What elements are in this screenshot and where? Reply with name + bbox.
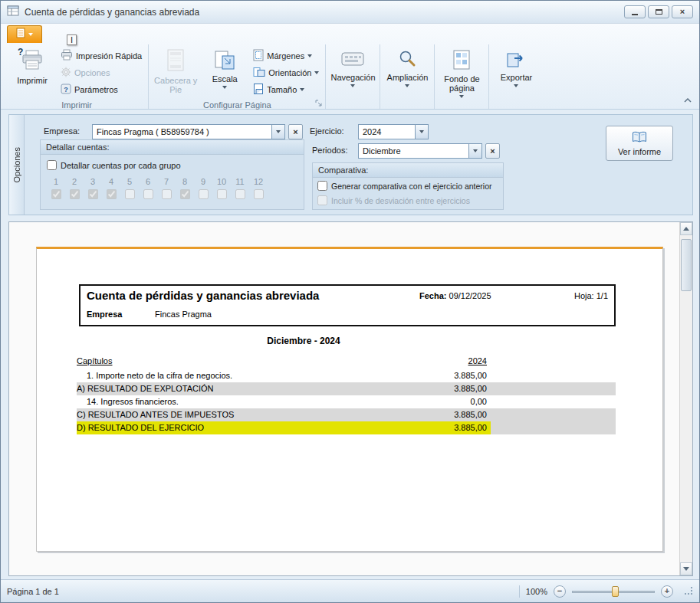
- zoom-in-button[interactable]: +: [661, 585, 673, 598]
- period-number-5: 5: [127, 177, 132, 186]
- zoom-level: 100%: [526, 587, 547, 596]
- periodos-dropdown-button[interactable]: [468, 144, 481, 158]
- window-icon: [7, 5, 19, 20]
- period-check-2: [70, 189, 80, 199]
- options-tab-label: Opciones: [12, 147, 21, 182]
- ver-informe-button[interactable]: Ver informe: [606, 126, 673, 161]
- close-icon: ×: [680, 8, 685, 16]
- file-menu-tab[interactable]: [7, 25, 42, 43]
- period-number-12: 12: [254, 177, 263, 186]
- header-footer-button: Cabecera y Pie: [152, 46, 199, 100]
- export-icon: [506, 49, 526, 70]
- vertical-scrollbar[interactable]: [679, 222, 692, 575]
- period-number-4: 4: [109, 177, 113, 186]
- page-background-button[interactable]: Fondo de página: [438, 46, 485, 100]
- scroll-up-icon: [683, 227, 689, 231]
- scroll-down-button[interactable]: [680, 562, 692, 575]
- scroll-down-icon: [683, 567, 689, 571]
- page-background-label: Fondo de página: [438, 74, 485, 93]
- empresa-clear-button[interactable]: ×: [288, 124, 303, 139]
- orientation-label: Orientación: [268, 68, 311, 77]
- table-row: C) RESULTADO ANTES DE IMPUESTOS 3.885,00: [77, 408, 616, 421]
- column-capitulos: Capítulos: [77, 356, 112, 365]
- close-button[interactable]: ×: [672, 5, 693, 18]
- quick-print-button[interactable]: Impresión Rápida: [58, 48, 145, 64]
- empresa-dropdown-button[interactable]: [271, 125, 284, 139]
- quick-print-icon: [61, 49, 73, 63]
- window-title: Cuenta de pérdidas y ganancias abreviada: [25, 7, 199, 18]
- empresa-combobox[interactable]: Fincas Pragma ( B58959784 ): [92, 124, 285, 139]
- period-number-1: 1: [54, 177, 58, 186]
- quick-print-label: Impresión Rápida: [76, 51, 142, 61]
- resize-grip-icon[interactable]: [684, 586, 693, 597]
- periodos-clear-button[interactable]: ×: [485, 143, 500, 159]
- period-number-10: 10: [217, 177, 226, 186]
- generar-comparativa-label: Generar comparativa con el ejercicio ant…: [331, 182, 492, 191]
- window-controls: ×: [624, 5, 693, 18]
- navigation-button[interactable]: Navegación: [329, 46, 376, 100]
- ribbon-body: ? Imprimir Impresión Rápida Opciones: [1, 43, 699, 109]
- zoom-button[interactable]: Ampliación: [383, 46, 431, 100]
- navigation-dropdown-icon: [350, 84, 355, 87]
- collapse-ribbon-icon: [684, 98, 692, 103]
- maximize-icon: [656, 9, 662, 15]
- zoom-controls: 100% − +: [519, 585, 693, 598]
- scrollbar-thumb[interactable]: [681, 239, 692, 291]
- detallar-checkbox[interactable]: [47, 160, 57, 170]
- scroll-up-button[interactable]: [680, 222, 692, 235]
- ejercicio-dropdown-button[interactable]: [415, 125, 428, 139]
- zoom-out-button[interactable]: −: [554, 585, 566, 598]
- parameters-icon: ?: [61, 84, 71, 96]
- margins-dropdown-icon: [307, 54, 312, 57]
- minimize-button[interactable]: [624, 5, 646, 18]
- table-row: D) RESULTADO DEL EJERCICIO 3.885,00: [77, 421, 616, 434]
- orientation-button[interactable]: Orientación: [250, 64, 322, 81]
- period-number-11: 11: [235, 177, 244, 186]
- periodos-clear-icon: ×: [490, 146, 495, 156]
- app-window: Cuenta de pérdidas y ganancias abreviada…: [0, 0, 700, 603]
- ejercicio-dropdown-icon: [419, 130, 424, 133]
- export-button[interactable]: Exportar: [492, 46, 540, 100]
- parameters-button[interactable]: ? Parámetros: [58, 81, 145, 98]
- statusbar-separator: [519, 585, 520, 598]
- page-background-icon: [452, 49, 471, 72]
- generar-comparativa-checkbox[interactable]: [317, 181, 327, 191]
- zoom-label: Ampliación: [387, 73, 429, 82]
- options-vertical-tab[interactable]: Opciones: [9, 115, 25, 215]
- print-button[interactable]: ? Imprimir: [8, 46, 56, 100]
- size-button[interactable]: Tamaño: [250, 81, 322, 98]
- collapse-ribbon-button[interactable]: [681, 94, 695, 106]
- margins-button[interactable]: Márgenes: [250, 48, 322, 64]
- export-dropdown-icon: [514, 84, 518, 87]
- zoom-slider[interactable]: [572, 585, 655, 598]
- periodos-value: Diciembre: [359, 146, 468, 156]
- scale-button[interactable]: Escala: [201, 46, 248, 100]
- report-date-label: Fecha:: [419, 291, 446, 300]
- detallar-checkbox-row: Detallar cuentas por cada grupo: [47, 160, 181, 170]
- header-footer-icon: [166, 49, 186, 74]
- period-check-8: [180, 189, 190, 199]
- svg-text:?: ?: [64, 86, 68, 93]
- ejercicio-combobox[interactable]: 2024: [358, 124, 429, 139]
- desviacion-row: Incluir % de desviación entre ejercicios: [317, 195, 470, 205]
- zoom-slider-thumb[interactable]: [612, 586, 619, 597]
- report-sheet-label: Hoja:: [574, 291, 594, 300]
- periodos-label: Periodos:: [312, 146, 347, 155]
- maximize-button[interactable]: [648, 5, 669, 18]
- period-check-1: [51, 189, 61, 199]
- table-row: 1. Importe neto de la cifra de negocios.…: [77, 369, 616, 382]
- report-page: Cuenta de pérdidas y ganancias abreviada…: [36, 247, 663, 552]
- size-label: Tamaño: [267, 85, 297, 94]
- ribbon-group-ampliacion: Ampliación: [380, 44, 434, 109]
- period-check-11: [235, 189, 245, 199]
- dialog-launcher-icon[interactable]: [314, 98, 324, 108]
- ejercicio-label: Ejercicio:: [310, 126, 344, 136]
- period-number-7: 7: [164, 177, 169, 186]
- file-menu-dropdown-icon: [28, 33, 33, 36]
- navigation-label: Navegación: [330, 73, 375, 82]
- periodos-combobox[interactable]: Diciembre: [358, 143, 482, 159]
- column-year: 2024: [468, 355, 487, 368]
- ribbon-group-fondo: Fondo de página: [434, 44, 488, 109]
- group-label-imprimir: Imprimir: [8, 100, 145, 110]
- report-period-title: Diciembre - 2024: [37, 336, 570, 346]
